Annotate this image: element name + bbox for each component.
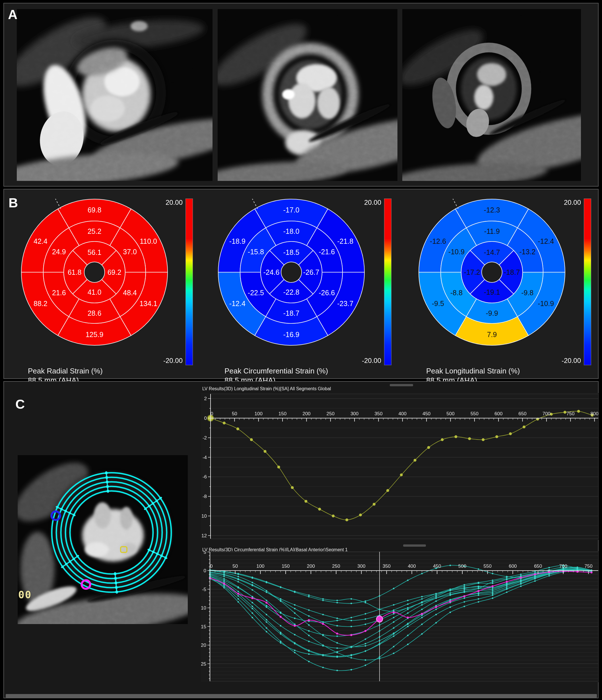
contour-node[interactable] <box>61 566 64 568</box>
series-marker <box>379 630 380 632</box>
cine-image-mid[interactable] <box>218 9 397 181</box>
series-marker <box>365 638 366 640</box>
contour-node[interactable] <box>106 485 109 488</box>
splitter-handle-mid[interactable] <box>403 544 426 547</box>
current-phase-marker[interactable] <box>376 616 383 622</box>
series-marker <box>506 578 507 579</box>
series-marker <box>351 626 352 627</box>
contour-node[interactable] <box>148 505 151 507</box>
bullseye-segment-value: -10.9 <box>538 300 554 307</box>
series-marker <box>266 606 267 608</box>
x-tick-label: 500 <box>446 411 454 417</box>
contour-node[interactable] <box>115 586 118 589</box>
series-marker <box>534 577 536 579</box>
series-marker <box>549 567 550 568</box>
contour-node[interactable] <box>107 490 109 492</box>
contour-node[interactable] <box>106 481 108 483</box>
horizontal-scrollbar[interactable] <box>6 694 597 698</box>
cine-image-apical-canvas <box>402 9 581 181</box>
contour-node[interactable] <box>65 563 68 565</box>
polar-map-longitudinal-strain[interactable]: -12.3-12.6-9.57.9-10.9-12.4-11.9-10.9-8.… <box>409 190 574 355</box>
series-marker <box>308 641 309 642</box>
x-tick-label: 100 <box>255 411 262 417</box>
x-tick-label: 500 <box>458 564 466 569</box>
bullseye-segment-value: -11.9 <box>484 227 500 235</box>
bullseye-segment-value: 69.2 <box>107 268 122 276</box>
circumferential-strain-chart[interactable]: 0501001502002503003504004505005506006507… <box>201 551 599 682</box>
series-marker <box>534 576 536 577</box>
series-marker <box>294 608 295 609</box>
series-marker <box>454 435 457 438</box>
contour-node[interactable] <box>148 549 150 551</box>
contour-node[interactable] <box>60 508 62 510</box>
series-marker <box>318 508 321 510</box>
contour-node[interactable] <box>56 506 58 508</box>
series-marker <box>478 592 479 594</box>
bullseye-segment-value: -22.5 <box>248 289 264 297</box>
series-marker <box>386 489 389 492</box>
contour-node[interactable] <box>69 560 71 562</box>
color-scale-min: -20.00 <box>154 357 183 365</box>
contour-node[interactable] <box>73 558 75 560</box>
panel-c-label: C <box>15 397 25 412</box>
contour-node[interactable] <box>152 551 154 553</box>
series-marker <box>393 609 394 611</box>
contour-node[interactable] <box>116 591 118 593</box>
x-tick-label: 350 <box>374 411 382 417</box>
color-scale-bar <box>185 199 193 365</box>
panel-polar-maps: B 69.842.488.2125.9134.1110.025.224.921.… <box>3 189 599 379</box>
splitter-handle-top[interactable] <box>390 384 413 386</box>
series-marker <box>351 654 352 655</box>
series-marker <box>421 624 423 625</box>
x-tick-label: 400 <box>399 411 406 417</box>
series-marker <box>251 612 253 614</box>
contour-node[interactable] <box>165 557 167 559</box>
contour-node[interactable] <box>105 476 108 479</box>
contour-node[interactable] <box>105 472 107 474</box>
series-marker <box>365 624 366 625</box>
series-marker <box>280 625 281 626</box>
series-marker <box>520 585 522 587</box>
series-marker <box>280 616 282 618</box>
longitudinal-strain-chart[interactable]: 0501001502002503003504004505005506006507… <box>201 393 599 540</box>
series-marker <box>520 575 522 577</box>
series-marker <box>407 579 408 581</box>
contour-node[interactable] <box>160 555 163 557</box>
series-marker <box>236 427 239 430</box>
contour-node[interactable] <box>159 497 161 499</box>
y-tick-label: -2 <box>203 435 207 441</box>
contour-node[interactable] <box>65 510 67 512</box>
contour-node[interactable] <box>114 573 116 575</box>
contour-node[interactable] <box>152 502 154 505</box>
contour-node[interactable] <box>115 582 117 584</box>
series-marker <box>506 591 507 593</box>
polar-map-circumferential-strain[interactable]: -17.0-18.9-12.4-16.9-23.7-21.8-18.0-15.8… <box>209 190 374 355</box>
series-marker <box>251 577 253 578</box>
series-marker <box>450 565 451 566</box>
cine-image-basal[interactable] <box>17 9 212 181</box>
series-marker <box>223 422 226 424</box>
series-marker <box>421 617 423 618</box>
series-marker <box>365 650 366 652</box>
series-marker <box>294 650 295 651</box>
series-marker <box>379 640 380 642</box>
polar-map-radial-strain[interactable]: 69.842.488.2125.9134.1110.025.224.921.62… <box>12 190 177 355</box>
contour-node[interactable] <box>156 553 158 555</box>
x-tick-label: 400 <box>408 564 416 569</box>
bullseye-segment-value: -18.7 <box>504 268 520 276</box>
series-marker <box>280 642 281 644</box>
series-marker <box>478 601 479 602</box>
bullseye-segment-value: -14.7 <box>484 248 500 256</box>
contour-node[interactable] <box>69 512 71 514</box>
contour-node[interactable] <box>115 577 117 579</box>
contour-node[interactable] <box>156 500 158 502</box>
series-marker <box>506 581 508 583</box>
contour-node[interactable] <box>145 507 147 510</box>
series-marker <box>421 609 423 610</box>
cine-image-apical[interactable] <box>402 9 581 181</box>
contoured-short-axis-image[interactable]: 00 <box>18 455 188 624</box>
series-marker <box>336 635 338 637</box>
contour-node[interactable] <box>73 514 75 516</box>
contour-node[interactable] <box>76 555 78 557</box>
series-marker <box>280 598 281 600</box>
